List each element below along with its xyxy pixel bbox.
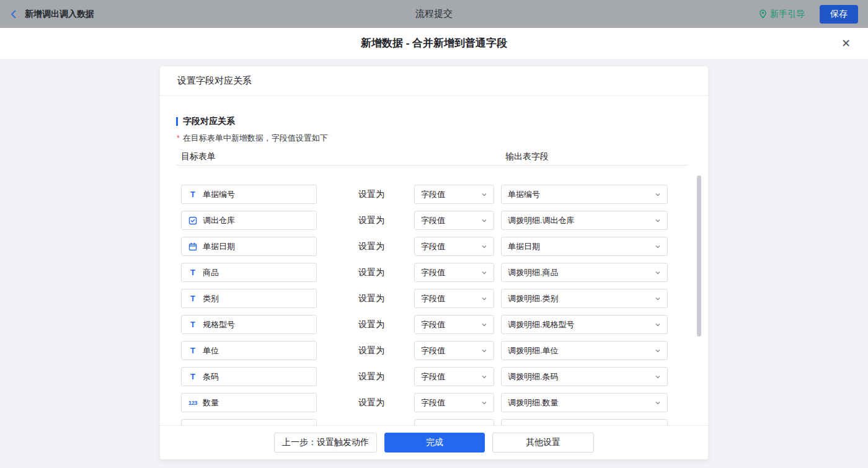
scrollbar-thumb[interactable] xyxy=(697,175,701,337)
value-select[interactable]: 调拨明细.商品 xyxy=(501,263,668,282)
save-button[interactable]: 保存 xyxy=(820,5,858,24)
topbar-actions: 新手引导 保存 xyxy=(759,0,858,28)
mode-select[interactable]: 字段值 xyxy=(414,393,494,412)
modal-header: 新增数据 - 合并新增到普通字段 ✕ xyxy=(0,28,868,59)
panel-title: 设置字段对应关系 xyxy=(160,66,708,96)
set-as-label: 设置为 xyxy=(358,341,384,360)
target-field-box: 调出仓库 xyxy=(181,211,317,230)
select-field-icon xyxy=(188,216,198,225)
set-as-label: 设置为 xyxy=(358,289,384,308)
calendar-icon xyxy=(188,242,198,251)
chevron-down-icon xyxy=(481,322,487,328)
target-field-label: 类别 xyxy=(203,293,219,304)
mode-select[interactable]: 字段值 xyxy=(414,367,494,386)
mode-select[interactable]: 字段值 xyxy=(414,341,494,360)
target-field-label: 条码 xyxy=(203,371,219,382)
target-field-box: T 单据编号 xyxy=(181,185,317,204)
target-field-label: 单位 xyxy=(203,345,219,356)
target-field-label: 单据日期 xyxy=(203,241,235,252)
panel-footer: 上一步：设置触发动作 完成 其他设置 xyxy=(160,425,708,459)
chevron-down-icon xyxy=(655,348,661,354)
target-field-label: 数量 xyxy=(203,397,219,408)
mode-select[interactable]: 字段值 xyxy=(414,211,494,230)
table-row: T 规格型号 设置为 字段值 调拨明细.规格型号 xyxy=(160,315,708,334)
table-row: 单据日期 设置为 字段值 单据日期 xyxy=(160,237,708,256)
table-row: T 单位 设置为 字段值 调拨明细.单位 xyxy=(160,341,708,360)
chevron-down-icon xyxy=(481,192,487,198)
chevron-down-icon xyxy=(481,400,487,406)
done-button[interactable]: 完成 xyxy=(384,433,485,453)
section-title: 字段对应关系 xyxy=(176,116,235,127)
target-field-box: T 类别 xyxy=(181,289,317,308)
text-field-icon: T xyxy=(188,320,198,329)
chevron-down-icon xyxy=(655,322,661,328)
column-header-output-field: 输出表字段 xyxy=(505,151,549,162)
mode-select[interactable]: 字段值 xyxy=(414,263,494,282)
table-row: 调出仓库 设置为 字段值 调拨明细.调出仓库 xyxy=(160,211,708,230)
panel-body: 字段对应关系 *在目标表单中新增数据，字段值设置如下 目标表单 输出表字段 T … xyxy=(160,97,708,425)
prev-step-button[interactable]: 上一步：设置触发动作 xyxy=(274,433,377,453)
chevron-down-icon xyxy=(481,348,487,354)
text-field-icon: T xyxy=(188,372,198,381)
beginner-guide-link[interactable]: 新手引导 xyxy=(759,9,805,20)
value-select[interactable]: 单据日期 xyxy=(501,237,668,256)
mapping-card: 设置字段对应关系 字段对应关系 *在目标表单中新增数据，字段值设置如下 目标表单… xyxy=(160,66,708,459)
text-field-icon: T xyxy=(188,268,198,277)
target-field-label: 单据编号 xyxy=(203,189,235,200)
value-select[interactable]: 调拨明细.数量 xyxy=(501,393,668,412)
table-row: 123 数量 设置为 字段值 调拨明细.数量 xyxy=(160,393,708,412)
target-field-box xyxy=(181,419,317,425)
column-header-target-form: 目标表单 xyxy=(181,151,216,162)
table-row: T 类别 设置为 字段值 调拨明细.类别 xyxy=(160,289,708,308)
table-row: T 单据编号 设置为 字段值 单据编号 xyxy=(160,185,708,204)
set-as-label: 设置为 xyxy=(358,211,384,230)
set-as-label: 设置为 xyxy=(358,263,384,282)
chevron-down-icon xyxy=(481,218,487,224)
target-field-box: 123 数量 xyxy=(181,393,317,412)
mode-select[interactable] xyxy=(414,419,494,425)
value-select[interactable]: 调拨明细.条码 xyxy=(501,367,668,386)
chevron-down-icon xyxy=(655,192,661,198)
mode-select[interactable]: 字段值 xyxy=(414,185,494,204)
divider xyxy=(176,165,688,166)
target-field-box: T 条码 xyxy=(181,367,317,386)
text-field-icon: T xyxy=(188,190,198,199)
close-icon[interactable]: ✕ xyxy=(839,28,853,59)
mode-select[interactable]: 字段值 xyxy=(414,315,494,334)
modal-title: 新增数据 - 合并新增到普通字段 xyxy=(0,28,868,59)
chevron-down-icon xyxy=(655,244,661,250)
set-as-label: 设置为 xyxy=(358,315,384,334)
set-as-label: 设置为 xyxy=(358,185,384,204)
value-select[interactable]: 调拨明细.规格型号 xyxy=(501,315,668,334)
target-field-box: T 单位 xyxy=(181,341,317,360)
table-row-partial xyxy=(160,419,708,425)
value-select[interactable]: 单据编号 xyxy=(501,185,668,204)
target-field-box: T 商品 xyxy=(181,263,317,282)
chevron-down-icon xyxy=(655,400,661,406)
chevron-down-icon xyxy=(481,270,487,276)
mode-select[interactable]: 字段值 xyxy=(414,237,494,256)
chevron-down-icon xyxy=(655,374,661,380)
mode-select[interactable]: 字段值 xyxy=(414,289,494,308)
required-asterisk: * xyxy=(177,134,180,143)
text-field-icon: T xyxy=(188,346,198,355)
value-select[interactable]: 调拨明细.调出仓库 xyxy=(501,211,668,230)
target-field-label: 调出仓库 xyxy=(203,215,235,226)
chevron-down-icon xyxy=(655,296,661,302)
value-select[interactable]: 调拨明细.类别 xyxy=(501,289,668,308)
target-field-label: 规格型号 xyxy=(203,319,235,330)
target-field-box: 单据日期 xyxy=(181,237,317,256)
flow-title: 流程提交 xyxy=(0,8,868,20)
location-pin-icon xyxy=(759,9,767,19)
chevron-down-icon xyxy=(655,270,661,276)
value-select[interactable] xyxy=(501,419,668,425)
table-row: T 商品 设置为 字段值 调拨明细.商品 xyxy=(160,263,708,282)
chevron-down-icon xyxy=(481,374,487,380)
text-field-icon: T xyxy=(188,294,198,303)
chevron-down-icon xyxy=(481,296,487,302)
value-select[interactable]: 调拨明细.单位 xyxy=(501,341,668,360)
other-settings-button[interactable]: 其他设置 xyxy=(492,433,594,453)
number-field-icon: 123 xyxy=(188,400,198,406)
table-row: T 条码 设置为 字段值 调拨明细.条码 xyxy=(160,367,708,386)
set-as-label: 设置为 xyxy=(358,393,384,412)
